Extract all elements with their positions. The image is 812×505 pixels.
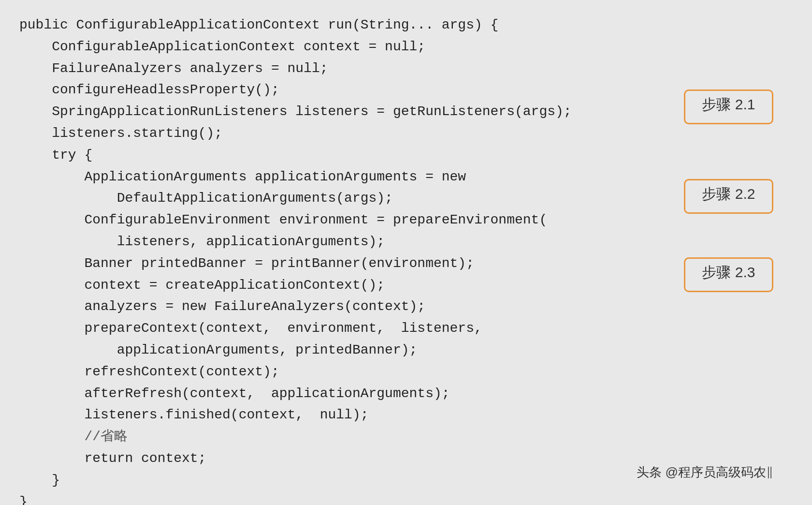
step-2-2-label: 步骤 2.2 (702, 186, 755, 202)
step-2-3-label: 步骤 2.3 (702, 264, 755, 280)
step-2-1-box: 步骤 2.1 (684, 89, 773, 124)
watermark: 头条 @程序员高级码农‖ (637, 464, 773, 481)
step-2-3-box: 步骤 2.3 (684, 257, 773, 292)
watermark-text: 头条 @程序员高级码农‖ (637, 465, 773, 479)
step-2-1-label: 步骤 2.1 (702, 96, 755, 112)
main-container: public ConfigurableApplicationContext ru… (0, 0, 812, 505)
code-content: public ConfigurableApplicationContext ru… (19, 15, 793, 505)
step-2-2-box: 步骤 2.2 (684, 179, 773, 214)
code-block: public ConfigurableApplicationContext ru… (19, 15, 793, 490)
